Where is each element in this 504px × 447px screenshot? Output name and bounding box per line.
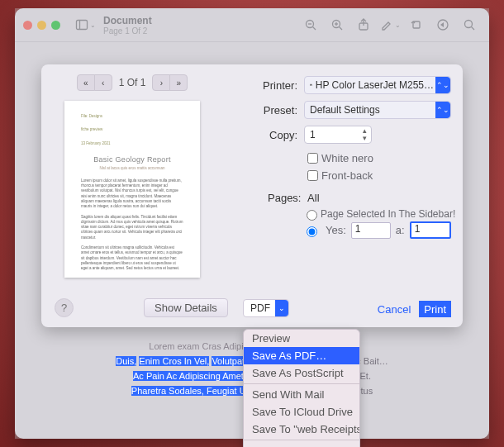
copies-stepper[interactable]: 1 ▴▾ bbox=[304, 126, 372, 144]
help-button[interactable]: ? bbox=[55, 298, 74, 317]
two-sided-checkbox[interactable] bbox=[307, 170, 318, 181]
print-dialog: «‹ 1 Of 1 ›» File: Designs ﬁche preview … bbox=[41, 64, 463, 327]
printer-label: Printer: bbox=[240, 79, 297, 92]
pages-label: Pages: bbox=[268, 192, 301, 204]
pages-selected-radio[interactable] bbox=[307, 210, 317, 221]
menu-separator bbox=[244, 440, 359, 440]
chevron-updown-icon: ⌃⌄ bbox=[435, 77, 450, 93]
pages-to-field[interactable]: 1 bbox=[410, 221, 451, 239]
preset-label: Preset: bbox=[240, 104, 297, 117]
cancel-button[interactable]: Cancel bbox=[369, 301, 419, 317]
preset-select[interactable]: Default Settings ⌃⌄ bbox=[304, 101, 451, 119]
stepper-arrows-icon: ▴▾ bbox=[358, 126, 371, 143]
menu-save-as-postscript[interactable]: Save As PostScript bbox=[244, 364, 359, 382]
doc-text-selected: Duis, bbox=[116, 356, 136, 366]
menu-send-in-mail[interactable]: Send With Mail bbox=[244, 386, 359, 403]
page-last-button[interactable]: » bbox=[169, 74, 188, 91]
preview-app-window: ⌄ Document Page 1 Of 2 ⌄ Lorem exam Cras… bbox=[15, 8, 489, 439]
pages-to-label: a: bbox=[396, 224, 405, 236]
pdf-dropdown-menu: Preview Save As PDF… Save As PostScript … bbox=[243, 329, 360, 447]
pages-from-field[interactable]: 1 bbox=[351, 222, 391, 239]
chevron-updown-icon: ⌃⌄ bbox=[435, 102, 450, 118]
menu-separator bbox=[244, 383, 359, 384]
print-button[interactable]: Print bbox=[419, 301, 451, 317]
svg-rect-14 bbox=[310, 84, 311, 85]
svg-rect-16 bbox=[311, 85, 311, 86]
black-white-checkbox[interactable] bbox=[307, 153, 318, 164]
pages-range-radio[interactable] bbox=[307, 226, 317, 237]
pdf-dropdown-button[interactable]: PDF ⌄ bbox=[243, 299, 289, 317]
pages-selected-label: Page Selected In The Sidebar! bbox=[321, 208, 455, 220]
menu-save-as-pdf[interactable]: Save As PDF… bbox=[244, 347, 359, 364]
show-details-button[interactable]: Show Details bbox=[144, 298, 228, 317]
two-sided-label: Front-back bbox=[321, 169, 373, 182]
preview-doc-title: Basic Geology Report bbox=[81, 155, 183, 165]
menu-save-web-receipts[interactable]: Save To "web Receipts" bbox=[244, 421, 359, 438]
print-preview-page: File: Designs ﬁche preview 13 February 2… bbox=[64, 101, 200, 278]
copies-label: Copy: bbox=[240, 129, 297, 141]
printer-icon bbox=[310, 80, 312, 90]
black-white-label: White nero bbox=[321, 152, 373, 164]
page-prev-button[interactable]: ‹ bbox=[94, 74, 112, 91]
chevron-down-icon: ⌄ bbox=[275, 300, 288, 316]
page-first-button[interactable]: « bbox=[77, 74, 95, 91]
menu-open-in-preview[interactable]: Preview bbox=[244, 330, 359, 347]
page-indicator: 1 Of 1 bbox=[119, 77, 146, 88]
page-next-button[interactable]: › bbox=[152, 74, 170, 91]
menu-save-icloud[interactable]: Save To ICloud Drive bbox=[244, 403, 359, 421]
pages-from-label: Yes: bbox=[326, 224, 346, 236]
menu-edit-menu[interactable]: Edit Menu… bbox=[244, 442, 359, 447]
printer-select[interactable]: HP Color LaserJet M255… ⌃⌄ bbox=[304, 76, 451, 94]
pages-all-value: All bbox=[307, 192, 319, 204]
